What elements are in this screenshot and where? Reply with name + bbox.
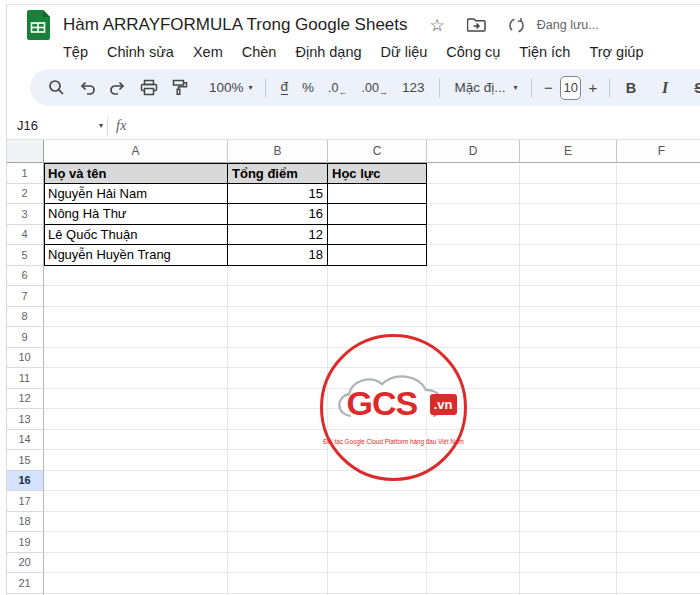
cell-D2[interactable] — [427, 184, 520, 205]
cell-E10[interactable] — [520, 348, 617, 369]
cell-C20[interactable] — [328, 553, 427, 574]
more-formats-button[interactable]: 123 — [395, 74, 432, 102]
cell-C2[interactable] — [328, 184, 427, 205]
row-header-17[interactable]: 17 — [6, 491, 44, 512]
cell-B20[interactable] — [228, 553, 328, 574]
cell-F5[interactable] — [617, 245, 700, 266]
cell-F12[interactable] — [617, 389, 700, 410]
cell-A7[interactable] — [44, 286, 228, 307]
cell-E20[interactable] — [520, 553, 617, 574]
cell-A13[interactable] — [44, 409, 228, 430]
row-header-10[interactable]: 10 — [6, 348, 44, 369]
row-header-20[interactable]: 20 — [6, 553, 44, 574]
cell-D14[interactable] — [427, 430, 520, 451]
cell-C19[interactable] — [328, 532, 427, 553]
redo-button[interactable] — [106, 74, 130, 102]
cell-B21[interactable] — [228, 573, 328, 594]
cell-B7[interactable] — [228, 286, 328, 307]
cell-F18[interactable] — [617, 512, 700, 533]
cell-B15[interactable] — [228, 450, 328, 471]
cell-D17[interactable] — [427, 491, 520, 512]
cell-E16[interactable] — [520, 471, 617, 492]
cell-B5[interactable]: 18 — [228, 245, 328, 266]
cell-E12[interactable] — [520, 389, 617, 410]
menu-item-4[interactable]: Định dạng — [295, 44, 361, 60]
cell-A15[interactable] — [44, 450, 228, 471]
cell-B18[interactable] — [228, 512, 328, 533]
row-header-13[interactable]: 13 — [6, 409, 44, 430]
column-header-A[interactable]: A — [44, 140, 228, 163]
cell-D11[interactable] — [427, 368, 520, 389]
zoom-selector[interactable]: 100% ▾ — [205, 74, 257, 102]
cell-D7[interactable] — [427, 286, 520, 307]
cell-C16[interactable] — [328, 471, 427, 492]
cell-E18[interactable] — [520, 512, 617, 533]
menu-item-7[interactable]: Tiện ích — [519, 44, 570, 60]
increase-decimal-button[interactable]: .00→ — [355, 74, 395, 102]
strikethrough-button[interactable]: S — [686, 74, 700, 102]
cell-B1[interactable]: Tổng điểm — [228, 163, 328, 184]
cell-B10[interactable] — [228, 348, 328, 369]
cell-C8[interactable] — [328, 307, 427, 328]
row-header-16[interactable]: 16 — [6, 471, 44, 492]
cell-A8[interactable] — [44, 307, 228, 328]
cell-E5[interactable] — [520, 245, 617, 266]
cell-B6[interactable] — [228, 266, 328, 287]
cell-B4[interactable]: 12 — [228, 225, 328, 246]
row-header-19[interactable]: 19 — [6, 532, 44, 553]
cell-C6[interactable] — [328, 266, 427, 287]
row-header-3[interactable]: 3 — [6, 204, 44, 225]
cell-D4[interactable] — [427, 225, 520, 246]
cell-E6[interactable] — [520, 266, 617, 287]
undo-button[interactable] — [75, 74, 99, 102]
cell-C1[interactable]: Học lực — [328, 163, 427, 184]
cell-C9[interactable] — [328, 327, 427, 348]
column-header-F[interactable]: F — [617, 140, 700, 163]
menu-item-2[interactable]: Xem — [193, 44, 223, 60]
cell-B13[interactable] — [228, 409, 328, 430]
cell-D6[interactable] — [427, 266, 520, 287]
cell-A20[interactable] — [44, 553, 228, 574]
row-header-11[interactable]: 11 — [6, 368, 44, 389]
cell-B8[interactable] — [228, 307, 328, 328]
cell-B17[interactable] — [228, 491, 328, 512]
format-currency-button[interactable]: đ — [274, 74, 296, 102]
cell-C4[interactable] — [328, 225, 427, 246]
menu-item-6[interactable]: Công cụ — [446, 44, 500, 60]
cell-D15[interactable] — [427, 450, 520, 471]
column-header-C[interactable]: C — [328, 140, 427, 163]
cell-D10[interactable] — [427, 348, 520, 369]
sheets-logo-icon[interactable] — [27, 10, 50, 40]
cell-F6[interactable] — [617, 266, 700, 287]
cell-C3[interactable] — [328, 204, 427, 225]
cell-E3[interactable] — [520, 204, 617, 225]
cell-D1[interactable] — [427, 163, 520, 184]
cell-C14[interactable] — [328, 430, 427, 451]
cell-B19[interactable] — [228, 532, 328, 553]
cell-C7[interactable] — [328, 286, 427, 307]
cell-C12[interactable] — [328, 389, 427, 410]
paint-format-button[interactable] — [168, 74, 192, 102]
column-header-B[interactable]: B — [228, 140, 328, 163]
cell-F7[interactable] — [617, 286, 700, 307]
cell-E21[interactable] — [520, 573, 617, 594]
cell-F4[interactable] — [617, 225, 700, 246]
cell-F13[interactable] — [617, 409, 700, 430]
cell-D18[interactable] — [427, 512, 520, 533]
cell-D13[interactable] — [427, 409, 520, 430]
cell-A14[interactable] — [44, 430, 228, 451]
cell-D5[interactable] — [427, 245, 520, 266]
cell-D21[interactable] — [427, 573, 520, 594]
cell-A2[interactable]: Nguyễn Hải Nam — [44, 184, 228, 205]
cell-D12[interactable] — [427, 389, 520, 410]
row-header-7[interactable]: 7 — [6, 286, 44, 307]
font-selector[interactable]: Mặc đị... ▾ — [448, 74, 523, 102]
cell-B11[interactable] — [228, 368, 328, 389]
cell-B16[interactable] — [228, 471, 328, 492]
menu-item-1[interactable]: Chỉnh sửa — [107, 44, 174, 60]
cell-B14[interactable] — [228, 430, 328, 451]
increase-font-size-button[interactable]: + — [585, 74, 601, 102]
document-title[interactable]: Hàm ARRAYFORMULA Trong Google Sheets — [63, 15, 408, 35]
cell-E9[interactable] — [520, 327, 617, 348]
cell-F15[interactable] — [617, 450, 700, 471]
